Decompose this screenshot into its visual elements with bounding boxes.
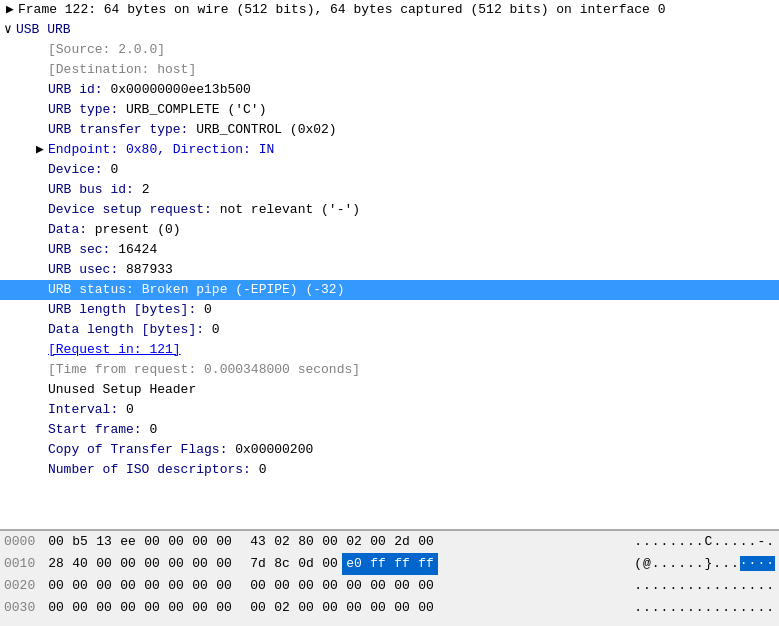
urblength-expand: [32, 301, 48, 319]
hex-sep: [236, 531, 246, 553]
urb-status-text: URB status: Broken pipe (-EPIPE) (-32): [48, 281, 344, 299]
interval-text: Interval: 0: [48, 401, 134, 419]
hex-byte: 00: [188, 553, 212, 575]
destination-text: [Destination: host]: [48, 61, 196, 79]
field-iso-descriptors[interactable]: Number of ISO descriptors: 0: [0, 460, 779, 480]
devicesetup-expand: [32, 201, 48, 219]
hex-row-1: 0010 28 40 00 00 00 00 00 00 7d 8c 0d 00…: [0, 553, 779, 575]
hex-byte: 00: [68, 597, 92, 619]
unusedsetup-expand: [32, 381, 48, 399]
request-in-text[interactable]: [Request in: 121]: [48, 341, 181, 359]
urbsec-expand: [32, 241, 48, 259]
hex-byte: 00: [212, 597, 236, 619]
hex-byte: 00: [116, 575, 140, 597]
hex-byte: 00: [414, 575, 438, 597]
field-device-setup[interactable]: Device setup request: not relevant ('-'): [0, 200, 779, 220]
field-device[interactable]: Device: 0: [0, 160, 779, 180]
unused-setup-text: Unused Setup Header: [48, 381, 196, 399]
hex-byte-highlighted: ff: [414, 553, 438, 575]
field-urb-bus-id[interactable]: URB bus id: 2: [0, 180, 779, 200]
urb-id-text: URB id: 0x00000000ee13b500: [48, 81, 251, 99]
field-urb-length[interactable]: URB length [bytes]: 0: [0, 300, 779, 320]
hex-byte: 40: [68, 553, 92, 575]
frame-line-text: Frame 122: 64 bytes on wire (512 bits), …: [18, 1, 666, 19]
start-frame-text: Start frame: 0: [48, 421, 157, 439]
field-data[interactable]: Data: present (0): [0, 220, 779, 240]
hex-byte: 00: [246, 575, 270, 597]
field-urb-id[interactable]: URB id: 0x00000000ee13b500: [0, 80, 779, 100]
destination-expand: [32, 61, 48, 79]
hex-offset-2: 0020: [4, 575, 44, 597]
field-request-in[interactable]: [Request in: 121]: [0, 340, 779, 360]
hex-bytes-0: 00 b5 13 ee 00 00 00 00 43 02 80 00 02 0…: [44, 531, 624, 553]
urbtype-expand: [32, 101, 48, 119]
field-interval[interactable]: Interval: 0: [0, 400, 779, 420]
field-urb-usec[interactable]: URB usec: 887933: [0, 260, 779, 280]
field-source[interactable]: [Source: 2.0.0]: [0, 40, 779, 60]
source-expand: [32, 41, 48, 59]
hex-byte-highlighted: ff: [366, 553, 390, 575]
hex-byte: 00: [188, 575, 212, 597]
hex-byte: 00: [294, 575, 318, 597]
field-urb-transfer-type[interactable]: URB transfer type: URB_CONTROL (0x02): [0, 120, 779, 140]
hex-byte: 00: [92, 597, 116, 619]
hex-byte: 28: [44, 553, 68, 575]
hex-byte: 00: [366, 575, 390, 597]
hex-byte: 00: [318, 597, 342, 619]
hex-byte: 00: [44, 575, 68, 597]
hex-byte: 00: [318, 531, 342, 553]
urb-usec-text: URB usec: 887933: [48, 261, 173, 279]
usb-urb-expand-icon[interactable]: ∨: [0, 21, 16, 39]
hex-byte: 00: [92, 575, 116, 597]
hex-byte: 00: [44, 531, 68, 553]
field-time-from-request[interactable]: [Time from request: 0.000348000 seconds]: [0, 360, 779, 380]
field-destination[interactable]: [Destination: host]: [0, 60, 779, 80]
frame-expand-icon[interactable]: ▶: [2, 1, 18, 19]
hex-byte: 80: [294, 531, 318, 553]
hex-byte: 43: [246, 531, 270, 553]
hex-byte: 00: [212, 553, 236, 575]
hex-byte: 00: [414, 531, 438, 553]
hex-byte: 0d: [294, 553, 318, 575]
ascii-2: ................: [634, 575, 775, 597]
usb-urb-section[interactable]: ∨ USB URB: [0, 20, 779, 40]
hex-byte: 00: [212, 575, 236, 597]
hex-byte: 00: [414, 597, 438, 619]
hex-byte: 8c: [270, 553, 294, 575]
hex-byte: 00: [140, 531, 164, 553]
field-urb-type[interactable]: URB type: URB_COMPLETE ('C'): [0, 100, 779, 120]
device-text: Device: 0: [48, 161, 118, 179]
hex-byte: 00: [318, 553, 342, 575]
hex-byte-highlighted: ff: [390, 553, 414, 575]
hex-bytes-1: 28 40 00 00 00 00 00 00 7d 8c 0d 00 e0 f…: [44, 553, 624, 575]
field-urb-sec[interactable]: URB sec: 16424: [0, 240, 779, 260]
hex-byte: 00: [140, 553, 164, 575]
timereq-expand: [32, 361, 48, 379]
data-text: Data: present (0): [48, 221, 181, 239]
field-unused-setup[interactable]: Unused Setup Header: [0, 380, 779, 400]
urb-sec-text: URB sec: 16424: [48, 241, 157, 259]
urbusec-expand: [32, 261, 48, 279]
endpoint-text: Endpoint: 0x80, Direction: IN: [48, 141, 274, 159]
isodesc-expand: [32, 461, 48, 479]
frame-line[interactable]: ▶ Frame 122: 64 bytes on wire (512 bits)…: [0, 0, 779, 20]
hex-byte: 00: [188, 597, 212, 619]
hex-byte: 00: [390, 597, 414, 619]
field-copy-transfer-flags[interactable]: Copy of Transfer Flags: 0x00000200: [0, 440, 779, 460]
field-urb-status[interactable]: URB status: Broken pipe (-EPIPE) (-32): [0, 280, 779, 300]
urbstatus-expand: [32, 281, 48, 299]
hex-byte: 00: [116, 597, 140, 619]
hex-byte: 00: [366, 531, 390, 553]
urb-type-text: URB type: URB_COMPLETE ('C'): [48, 101, 266, 119]
hex-sep: [236, 575, 246, 597]
hex-byte: 00: [140, 575, 164, 597]
hex-byte: 00: [366, 597, 390, 619]
field-endpoint[interactable]: ▶ Endpoint: 0x80, Direction: IN: [0, 140, 779, 160]
urb-transfer-text: URB transfer type: URB_CONTROL (0x02): [48, 121, 337, 139]
field-data-length[interactable]: Data length [bytes]: 0: [0, 320, 779, 340]
ascii-3: ................: [634, 597, 775, 619]
endpoint-expand[interactable]: ▶: [32, 141, 48, 159]
device-expand: [32, 161, 48, 179]
iso-desc-text: Number of ISO descriptors: 0: [48, 461, 266, 479]
field-start-frame[interactable]: Start frame: 0: [0, 420, 779, 440]
